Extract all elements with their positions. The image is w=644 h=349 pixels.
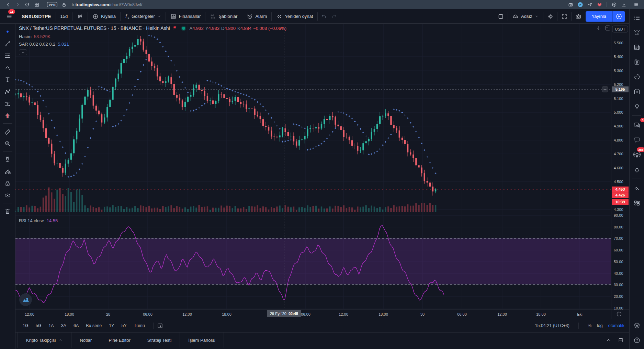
draw-tool-lock[interactable] (1, 177, 14, 189)
chart-area[interactable]: 5.5005.4005.3005.2005.1005.0004.9004.800… (15, 24, 629, 319)
sidebar-my-ideas-button[interactable] (631, 101, 643, 112)
draw-tool-fib[interactable] (1, 49, 14, 61)
downloads-button[interactable] (619, 1, 628, 9)
layout-select-button[interactable] (495, 11, 507, 22)
svg-text:18:00: 18:00 (222, 312, 231, 316)
percent-scale-button[interactable]: % (588, 323, 591, 328)
browser-reload-button[interactable] (23, 1, 32, 9)
extensions-button[interactable] (610, 1, 619, 9)
rsi-legend[interactable]: RSI 14 close 14.55 (19, 218, 58, 223)
scroll-to-recent-icon[interactable] (597, 26, 600, 30)
draw-tool-pattern[interactable] (1, 86, 14, 98)
tab-notlar[interactable]: Notlar (71, 333, 100, 348)
sidebar-help-button[interactable] (631, 335, 643, 346)
sidebar-market-overview-button[interactable] (631, 183, 643, 194)
draw-tool-trash[interactable] (1, 205, 14, 217)
draw-tool-brush[interactable] (1, 61, 14, 74)
draw-tool-cursorDot[interactable] (1, 25, 14, 37)
bottom-strip (15, 348, 629, 349)
fullscreen-button[interactable] (558, 11, 570, 22)
browser-tiles-button[interactable] (32, 1, 41, 9)
legend-collapse-button[interactable] (19, 49, 27, 55)
sar-legend[interactable]: SAR 0.02 0.02 0.2 5.021 (19, 42, 69, 47)
sidebar-multi-layout-button[interactable] (631, 198, 643, 209)
sidebar-streams-button[interactable]: 285 (631, 149, 643, 160)
tab-kripto-takip-isi[interactable]: Kripto Takipçisi (18, 333, 71, 348)
draw-tool-trend[interactable] (1, 37, 14, 49)
draw-tool-arrowUp[interactable] (1, 110, 14, 122)
protection-button[interactable] (576, 1, 585, 9)
panel-expand-button[interactable] (606, 338, 611, 342)
browser-forward-button[interactable] (13, 1, 22, 9)
range-5y-button[interactable]: 5Y (119, 322, 129, 329)
pane-maximize-icon[interactable] (606, 26, 610, 30)
interval-button[interactable]: 15d (57, 11, 71, 22)
chart-style-button[interactable] (74, 11, 87, 22)
sidebar-public-chat-button[interactable]: 3 (631, 120, 643, 131)
compare-button[interactable]: Kıyasla (89, 11, 119, 22)
tab-i-lem-panosu[interactable]: İşlem Panosu (180, 333, 224, 348)
range-6a-button[interactable]: 6A (71, 322, 81, 329)
range-1g-button[interactable]: 1G (20, 322, 31, 329)
range-1y-button[interactable]: 1Y (106, 322, 116, 329)
panel-maximize-button[interactable] (618, 337, 624, 343)
log-scale-button[interactable]: log (597, 323, 603, 328)
financials-button[interactable]: Finansallar (167, 11, 204, 22)
snapshot-button[interactable] (566, 1, 575, 9)
sidebar-hotlists-button[interactable] (631, 71, 643, 82)
vpn-badge[interactable]: VPN (47, 2, 57, 7)
draw-tool-forecast[interactable] (1, 98, 14, 110)
share-button[interactable] (585, 1, 594, 9)
tab-pine-edit-r[interactable]: Pine Editör (100, 333, 139, 348)
address-bar[interactable]: tr.tradingview.com/chart/7W0n8Jwf/ (72, 2, 142, 7)
browser-back-button[interactable] (3, 1, 12, 9)
go-to-date-button[interactable] (157, 323, 163, 329)
chart-settings-button[interactable] (544, 11, 556, 22)
volume-legend[interactable]: Hacim 53.529K (19, 34, 50, 39)
price-chart[interactable]: 5.5005.4005.3005.2005.1005.0004.9004.800… (15, 24, 629, 319)
draw-tool-zoomIn[interactable] (1, 137, 14, 149)
sidebar-private-messages-button[interactable] (631, 134, 643, 145)
range-1a-button[interactable]: 1A (46, 322, 56, 329)
flag-icon[interactable] (172, 26, 178, 31)
svg-text:20.00: 20.00 (614, 294, 623, 299)
chart-legend-main[interactable]: SNX / TetherUS PERPETUAL FUTURES · 15 · … (19, 25, 288, 31)
draw-tool-textT[interactable] (1, 74, 14, 86)
favorites-button[interactable] (595, 1, 604, 9)
plus-circle-icon (92, 13, 99, 20)
sidebar-economic-calendar-button[interactable] (631, 86, 643, 97)
symbol-title[interactable]: SNX / TetherUS PERPETUAL FUTURES · 15 · … (19, 25, 170, 31)
symbol-search-button[interactable]: SNXUSDTPE (18, 11, 55, 22)
clock-label[interactable]: 15:04:21 (UTC+3) (535, 323, 569, 328)
sidebar-object-tree-button[interactable] (631, 320, 643, 331)
take-snapshot-button[interactable] (573, 11, 584, 22)
redo-button[interactable] (329, 11, 339, 22)
range-3a-button[interactable]: 3A (59, 322, 69, 329)
lock-icon[interactable] (59, 1, 68, 9)
cloud-save-button[interactable]: Adsız (509, 11, 542, 22)
draw-tool-eye[interactable] (1, 189, 14, 201)
tab-strateji-testi[interactable]: Strateji Testi (139, 333, 180, 348)
draw-tool-ruler[interactable] (1, 125, 14, 137)
alert-button[interactable]: Alarm (243, 11, 270, 22)
indicators-button[interactable]: ƒxGöstergeler (122, 11, 165, 22)
publish-video-button[interactable] (613, 13, 625, 20)
browser-settings-button[interactable] (632, 1, 641, 9)
templates-button[interactable]: Şablonlar (206, 11, 241, 22)
undo-button[interactable] (319, 11, 329, 22)
sidebar-notifications-button[interactable] (631, 164, 643, 175)
range-bu-sene-button[interactable]: Bu sene (83, 322, 104, 329)
publish-button[interactable]: Yayınla (586, 14, 612, 19)
range-tümü-button[interactable]: Tümü (132, 322, 147, 329)
range-5g-button[interactable]: 5G (33, 322, 44, 329)
sidebar-watchlist-button[interactable] (631, 12, 643, 23)
sidebar-alerts-button[interactable] (631, 27, 643, 38)
draw-tool-pencilLock[interactable] (1, 165, 14, 177)
sidebar-notebook-button[interactable] (631, 56, 643, 67)
sidebar-news-button[interactable] (631, 42, 643, 53)
replay-button[interactable]: Yeniden oynat (273, 11, 316, 22)
auto-scale-button[interactable]: otomatik (608, 323, 624, 328)
chevron-up-icon (21, 50, 25, 54)
tradingview-logo-badge[interactable] (19, 293, 32, 306)
draw-tool-magnet[interactable] (1, 153, 14, 165)
